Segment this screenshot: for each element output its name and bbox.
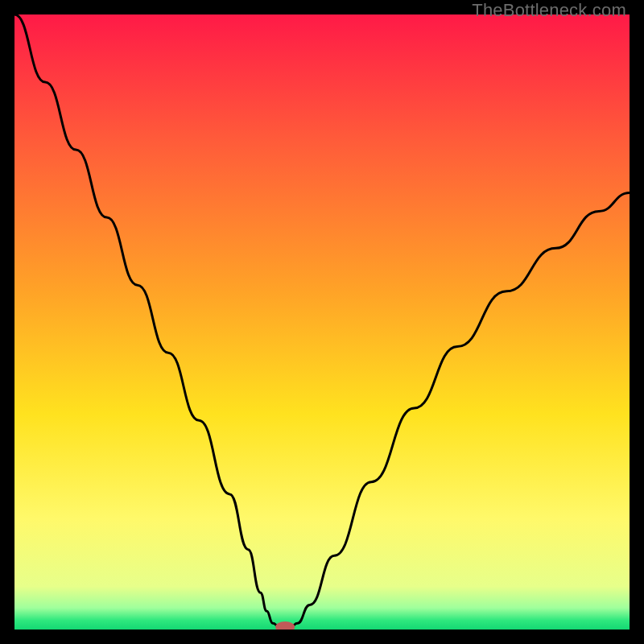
chart-canvas bbox=[14, 14, 630, 630]
watermark-text: TheBottleneck.com bbox=[472, 0, 626, 21]
gradient-background bbox=[14, 14, 630, 630]
chart-frame bbox=[14, 14, 630, 630]
